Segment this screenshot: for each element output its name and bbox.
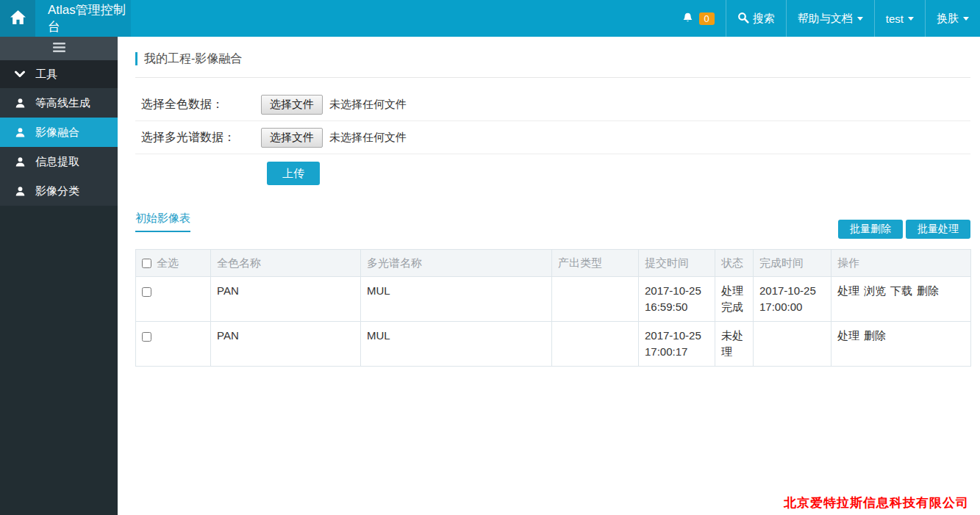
sidebar-toggle-button[interactable] xyxy=(0,37,118,60)
bell-icon xyxy=(682,12,697,26)
header-mul-name: 多光谱名称 xyxy=(361,250,552,277)
caret-down-icon xyxy=(857,17,863,21)
action-delete[interactable]: 删除 xyxy=(864,329,886,342)
header-output-type: 产出类型 xyxy=(552,250,639,277)
batch-process-button[interactable]: 批量处理 xyxy=(906,220,970,239)
cell-output-type xyxy=(552,322,639,367)
header-pan-name: 全色名称 xyxy=(211,250,361,277)
app-title: Atlas管理控制台 xyxy=(35,0,131,37)
header-finish-time: 完成时间 xyxy=(754,250,831,277)
cell-output-type xyxy=(552,277,639,322)
header-actions: 操作 xyxy=(831,250,971,277)
cell-mul-name: MUL xyxy=(361,322,552,367)
select-all-checkbox[interactable] xyxy=(142,259,151,268)
sidebar-item-label: 等高线生成 xyxy=(35,96,90,110)
menu-icon xyxy=(53,42,65,55)
images-table: 全选 全色名称 多光谱名称 产出类型 提交时间 状态 完成时间 操作 PAN M… xyxy=(135,249,971,367)
user-label: test xyxy=(886,12,904,25)
skin-label: 换肤 xyxy=(937,12,959,26)
sidebar-item-label: 信息提取 xyxy=(35,155,79,169)
search-button[interactable]: 搜索 xyxy=(726,0,786,37)
cell-actions: 处理删除 xyxy=(831,322,971,367)
sidebar-item-image-fusion[interactable]: 影像融合 xyxy=(0,118,118,147)
cell-status: 处理完成 xyxy=(715,277,754,322)
action-process[interactable]: 处理 xyxy=(837,329,859,342)
cell-status: 未处理 xyxy=(715,322,754,367)
caret-down-icon xyxy=(963,17,969,21)
upload-button[interactable]: 上传 xyxy=(267,162,320,185)
header-submit-time: 提交时间 xyxy=(639,250,715,277)
cell-submit-time: 2017-10-25 16:59:50 xyxy=(639,277,715,322)
action-process[interactable]: 处理 xyxy=(837,284,859,297)
page-header: 我的工程-影像融合 xyxy=(135,52,970,78)
table-row: PAN MUL 2017-10-25 17:00:17 未处理 处理删除 xyxy=(136,322,971,367)
cell-pan-name: PAN xyxy=(211,322,361,367)
cell-finish-time xyxy=(754,322,831,367)
form-row-pan: 选择全色数据： 选择文件 未选择任何文件 xyxy=(135,88,970,121)
tab-bar: 初始影像表 批量删除 批量处理 xyxy=(135,212,970,239)
choose-file-button[interactable]: 选择文件 xyxy=(261,128,323,148)
caret-down-icon xyxy=(908,17,914,21)
help-docs-menu[interactable]: 帮助与文档 xyxy=(786,0,874,37)
skin-menu[interactable]: 换肤 xyxy=(925,0,980,37)
topbar: Atlas管理控制台 0 搜索 帮助与文档 test 换肤 xyxy=(0,0,980,37)
table-section: 初始影像表 批量删除 批量处理 全选 全色名称 多光谱名称 产出类型 提交 xyxy=(135,212,970,367)
user-icon xyxy=(15,156,35,168)
table-row: PAN MUL 2017-10-25 16:59:50 处理完成 2017-10… xyxy=(136,277,971,322)
header-select-all: 全选 xyxy=(136,250,211,277)
user-icon xyxy=(15,98,35,109)
cell-submit-time: 2017-10-25 17:00:17 xyxy=(639,322,715,367)
sidebar-item-info-extraction[interactable]: 信息提取 xyxy=(0,147,118,176)
chevron-down-icon xyxy=(15,71,35,78)
action-download[interactable]: 下载 xyxy=(890,284,912,297)
cell-select xyxy=(136,322,211,367)
search-icon xyxy=(737,12,753,26)
home-icon xyxy=(10,10,26,28)
user-menu[interactable]: test xyxy=(874,0,925,37)
pan-file-label: 选择全色数据： xyxy=(141,97,261,112)
help-docs-label: 帮助与文档 xyxy=(798,12,853,26)
tab-initial-images[interactable]: 初始影像表 xyxy=(135,212,190,232)
cell-select xyxy=(136,277,211,322)
choose-file-button[interactable]: 选择文件 xyxy=(261,95,323,115)
sidebar: 工具 等高线生成 影像融合 信息提取 影像分类 xyxy=(0,37,118,515)
sidebar-item-label: 工具 xyxy=(35,68,57,82)
cell-finish-time: 2017-10-25 17:00:00 xyxy=(754,277,831,322)
row-checkbox[interactable] xyxy=(142,332,151,342)
row-checkbox[interactable] xyxy=(142,287,151,297)
sidebar-item-label: 影像融合 xyxy=(35,126,79,140)
file-status-text: 未选择任何文件 xyxy=(329,131,407,145)
topnav: 0 搜索 帮助与文档 test 换肤 xyxy=(671,0,980,37)
main-content: 我的工程-影像融合 选择全色数据： 选择文件 未选择任何文件 选择多光谱数据： … xyxy=(118,52,980,515)
notifications-button[interactable]: 0 xyxy=(671,0,726,37)
action-delete[interactable]: 删除 xyxy=(917,284,939,297)
table-header-row: 全选 全色名称 多光谱名称 产出类型 提交时间 状态 完成时间 操作 xyxy=(136,250,971,277)
cell-mul-name: MUL xyxy=(361,277,552,322)
sidebar-item-label: 影像分类 xyxy=(35,184,79,198)
search-label: 搜索 xyxy=(753,12,775,26)
cell-actions: 处理浏览下载删除 xyxy=(831,277,971,322)
sidebar-item-tools[interactable]: 工具 xyxy=(0,60,118,88)
user-icon xyxy=(15,127,35,138)
batch-buttons: 批量删除 批量处理 xyxy=(838,220,970,239)
cell-pan-name: PAN xyxy=(211,277,361,322)
pan-file-input[interactable]: 选择文件 未选择任何文件 xyxy=(261,95,407,115)
header-label: 全选 xyxy=(157,256,179,269)
header-status: 状态 xyxy=(715,250,754,277)
company-watermark: 北京爱特拉斯信息科技有限公司 xyxy=(784,494,969,511)
file-status-text: 未选择任何文件 xyxy=(329,98,407,112)
upload-form: 选择全色数据： 选择文件 未选择任何文件 选择多光谱数据： 选择文件 未选择任何… xyxy=(135,78,970,185)
form-row-mul: 选择多光谱数据： 选择文件 未选择任何文件 xyxy=(135,121,970,154)
upload-row: 上传 xyxy=(135,154,970,185)
batch-delete-button[interactable]: 批量删除 xyxy=(838,220,903,239)
mul-file-label: 选择多光谱数据： xyxy=(141,130,261,145)
page-title: 我的工程-影像融合 xyxy=(135,52,970,65)
mul-file-input[interactable]: 选择文件 未选择任何文件 xyxy=(261,128,407,148)
action-browse[interactable]: 浏览 xyxy=(864,284,886,297)
sidebar-item-contour-generation[interactable]: 等高线生成 xyxy=(0,88,118,118)
home-button[interactable] xyxy=(0,0,35,37)
user-icon xyxy=(15,186,35,197)
notification-badge: 0 xyxy=(699,12,715,25)
sidebar-item-image-classification[interactable]: 影像分类 xyxy=(0,176,118,206)
